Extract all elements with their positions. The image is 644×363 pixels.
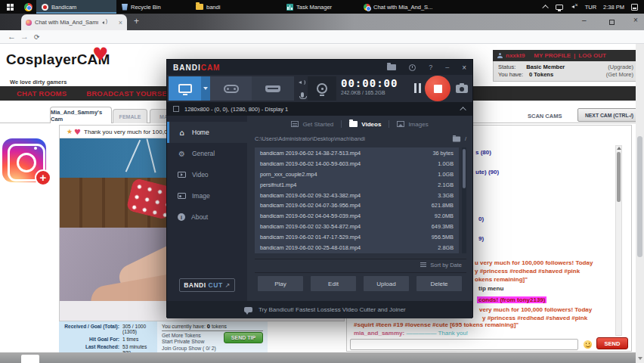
chat-scrollbar[interactable] bbox=[615, 145, 622, 336]
chat-send-button[interactable]: SEND bbox=[596, 337, 628, 349]
taskbar-item-recycle-bin[interactable]: Recycle Bin bbox=[116, 0, 190, 14]
window-close-button[interactable]: × bbox=[633, 16, 638, 24]
device-recording-mode-button[interactable] bbox=[252, 76, 294, 101]
taskbar-item-task-manager[interactable]: Task Manager bbox=[281, 0, 354, 14]
file-row[interactable]: bandicam 2019-06-02 14-00-59-603.mp41.0G… bbox=[255, 159, 459, 169]
start-button[interactable] bbox=[0, 0, 20, 14]
file-row[interactable]: bandicam 2019-06-02 01-47-17-529.mp4956.… bbox=[255, 231, 459, 242]
pause-button[interactable] bbox=[414, 83, 421, 93]
record-stop-button[interactable] bbox=[425, 76, 450, 101]
browser-tab[interactable]: Chat with Mia_And_Sammy × bbox=[21, 14, 127, 30]
nav-broadcast-yourself[interactable]: BROADCAST YOURSELF bbox=[86, 89, 176, 98]
output-path-bar[interactable]: C:\Users\Administrator\Desktop\mach\band… bbox=[255, 135, 466, 142]
file-list-scrollbar[interactable] bbox=[462, 147, 466, 253]
tray-display-icon[interactable] bbox=[556, 5, 563, 10]
tab-female[interactable]: FEMALE bbox=[113, 109, 147, 123]
scan-cams-link[interactable]: SCAN CAMS bbox=[528, 113, 562, 119]
upload-button[interactable]: Upload bbox=[364, 276, 409, 291]
page-scrollbar-thumb[interactable] bbox=[637, 136, 642, 257]
log-out-link[interactable]: LOG OUT bbox=[578, 52, 605, 59]
sidebar-item-video[interactable]: Video bbox=[167, 164, 247, 185]
tab-videos[interactable]: Videos bbox=[349, 121, 381, 128]
bandicam-titlebar[interactable]: BANDICAM ? – × bbox=[167, 60, 472, 75]
tab-audio-icon[interactable] bbox=[101, 20, 107, 25]
refresh-button[interactable]: ⟳ bbox=[34, 33, 40, 41]
send-tip-button[interactable]: SEND TIP bbox=[224, 332, 263, 343]
open-folder-icon[interactable] bbox=[453, 136, 460, 141]
file-row[interactable]: bandicam 2019-06-02 14-38-27-513.mp436 b… bbox=[255, 148, 459, 159]
tab-model-cam[interactable]: Mia_And_Sammy's Cam bbox=[50, 107, 112, 123]
new-tab-button[interactable]: + bbox=[134, 16, 139, 26]
screenshot-camera-icon[interactable] bbox=[456, 85, 468, 93]
file-row[interactable]: bandicam 2019-06-02 02-30-54-872.mp4649.… bbox=[255, 222, 459, 232]
nav-chat-rooms[interactable]: CHAT ROOMS bbox=[17, 89, 67, 98]
get-more-link[interactable]: (Get More) bbox=[606, 71, 633, 78]
play-button[interactable]: Play bbox=[258, 276, 303, 291]
microphone-icon[interactable] bbox=[301, 92, 304, 98]
chat-notice-line: okens remaining]" bbox=[475, 276, 528, 283]
my-profile-link[interactable]: MY PROFILE bbox=[534, 52, 571, 59]
file-row[interactable]: bandicam 2019-06-02 04-04-59-039.mp492.0… bbox=[255, 211, 459, 222]
collapse-chevron-icon[interactable] bbox=[460, 107, 466, 113]
file-row[interactable]: bandicam 2019-06-02 04-07-36-956.mp4621.… bbox=[255, 200, 459, 211]
tab-title: Chat with Mia_And_Sammy bbox=[35, 19, 98, 26]
tray-notification-icon[interactable] bbox=[631, 4, 638, 11]
get-started-icon bbox=[291, 121, 299, 127]
taskbar-item-bandi-folder[interactable]: bandi bbox=[190, 0, 255, 14]
chat-model-name: mia_and_sammy: bbox=[354, 330, 404, 337]
sort-by-date-control[interactable]: Sort by Date bbox=[420, 262, 462, 268]
delete-button[interactable]: Delete bbox=[416, 276, 462, 291]
account-username[interactable]: nxxkt9 bbox=[506, 52, 525, 59]
tray-expand-icon[interactable] bbox=[542, 5, 548, 11]
chat-scrollbar-thumb[interactable] bbox=[617, 152, 621, 202]
file-row[interactable]: porn_xxx_couple2.mp41.0GB bbox=[255, 169, 459, 180]
help-icon[interactable]: ? bbox=[429, 64, 432, 71]
page-scrollbar[interactable] bbox=[636, 44, 644, 363]
screen-recording-mode-button[interactable] bbox=[169, 76, 201, 101]
scroll-down-icon[interactable] bbox=[638, 357, 642, 360]
bottom-bar-tab[interactable] bbox=[21, 355, 39, 363]
taskbar-chrome-button[interactable] bbox=[20, 3, 36, 11]
schedule-icon[interactable] bbox=[409, 64, 416, 71]
window-maximize-button[interactable] bbox=[609, 20, 615, 25]
tray-clock[interactable]: 2:38 PM bbox=[603, 4, 624, 11]
status-value: Basic Member bbox=[526, 64, 565, 70]
bandicut-promo-text[interactable]: Try Bandicut! Fastest Lossless Video Cut… bbox=[259, 306, 406, 313]
tray-volume-muted-icon[interactable] bbox=[570, 4, 578, 10]
taskbar-item-bandicam[interactable]: Bandicam bbox=[36, 0, 116, 14]
bandicam-minimize-button[interactable]: – bbox=[445, 64, 449, 71]
edit-button[interactable]: Edit bbox=[311, 276, 356, 291]
join-group-show-link[interactable]: Join Group Show ( 0/ 2) bbox=[162, 346, 263, 351]
webcam-overlay-button[interactable] bbox=[308, 76, 336, 101]
file-row[interactable]: bandicam 2019-06-02 09-32-43-382.mp43.3G… bbox=[255, 190, 459, 200]
sidebar-item-home[interactable]: ⌂Home bbox=[167, 122, 247, 143]
sidebar-item-about[interactable]: iAbout bbox=[167, 206, 247, 228]
taskbar-item-chrome-chat[interactable]: Chat with Mia_And_S... bbox=[358, 0, 443, 14]
upgrade-link[interactable]: (Upgrade) bbox=[608, 64, 633, 70]
sidebar-item-image[interactable]: Image bbox=[167, 185, 247, 206]
game-recording-mode-button[interactable] bbox=[210, 76, 252, 101]
scroll-up-icon[interactable] bbox=[617, 147, 621, 150]
output-folder-icon[interactable] bbox=[387, 64, 396, 70]
sidebar-item-general[interactable]: ⚙General bbox=[167, 143, 247, 164]
speaker-icon[interactable] bbox=[299, 80, 305, 85]
screen-mode-dropdown[interactable] bbox=[201, 76, 210, 101]
forward-button[interactable]: → bbox=[20, 32, 29, 41]
emoji-picker-icon[interactable] bbox=[584, 340, 592, 349]
next-cam-button[interactable]: NEXT CAM (CTRL-/) bbox=[577, 108, 641, 122]
chat-tip-menu-line: s (80) bbox=[475, 149, 491, 156]
bandicut-promo-button[interactable]: BANDICUT↗ bbox=[179, 278, 235, 292]
window-minimize-button[interactable]: – bbox=[582, 16, 587, 24]
capture-region-text: 1280x800 - (0, 0), (1280, 800) - Display… bbox=[184, 106, 288, 113]
file-list-scrollbar-thumb[interactable] bbox=[463, 149, 466, 188]
tab-images[interactable]: Images bbox=[397, 121, 428, 128]
tray-language[interactable]: TUR bbox=[585, 4, 596, 11]
bandicam-close-button[interactable]: × bbox=[462, 64, 466, 72]
file-row[interactable]: bandicam 2019-06-02 00-25-48-018.mp42.8G… bbox=[255, 242, 459, 253]
tab-get-started[interactable]: Get Started bbox=[291, 121, 333, 128]
back-button[interactable]: ← bbox=[8, 32, 16, 41]
file-row[interactable]: persifnut1.mp42.1GB bbox=[255, 179, 459, 190]
chat-message-input[interactable] bbox=[350, 339, 578, 350]
region-checkbox[interactable] bbox=[173, 106, 179, 112]
tab-close-button[interactable]: × bbox=[119, 19, 122, 26]
